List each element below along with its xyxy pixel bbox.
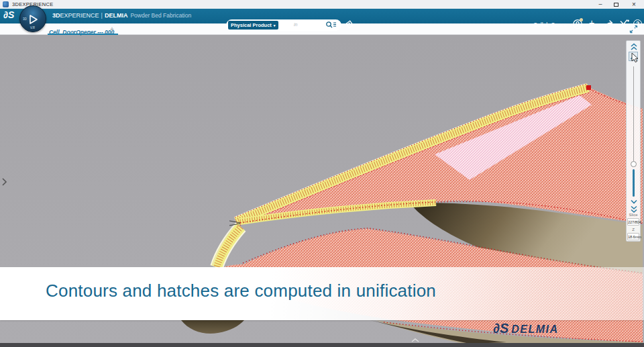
add-content-button[interactable]: + bbox=[589, 17, 594, 28]
collab-space-dropdown[interactable]: Collab Space∨ bbox=[533, 21, 572, 28]
compass-vr-label: V.R bbox=[30, 26, 35, 30]
slice-label: Slice bbox=[627, 213, 640, 217]
left-panel-expander-button[interactable] bbox=[1, 177, 7, 187]
brand-3d: 3D bbox=[52, 12, 60, 19]
chevron-down-icon bbox=[631, 201, 637, 203]
slice-value-box[interactable]: 227/804 bbox=[627, 218, 639, 226]
slice-slider-handle[interactable] bbox=[631, 161, 637, 167]
vertex-marker bbox=[586, 85, 591, 90]
delmia-wordmark: DELMIA bbox=[511, 324, 558, 335]
caption-banner: Contours and hatches are computed in uni… bbox=[0, 267, 644, 320]
caption-text: Contours and hatches are computed in uni… bbox=[46, 281, 436, 301]
scroll-to-top-button[interactable] bbox=[627, 43, 640, 50]
share-icon bbox=[605, 21, 612, 28]
z-axis-label: Z bbox=[627, 228, 640, 232]
notification-dot bbox=[580, 18, 583, 21]
maximize-icon bbox=[614, 3, 619, 7]
brand-divider: | bbox=[101, 12, 103, 19]
slice-step-down-button[interactable] bbox=[627, 199, 640, 205]
mouse-cursor bbox=[631, 52, 639, 63]
bottom-bar bbox=[0, 343, 644, 347]
brand-text: 3DEXPERIENCE|DELMIAPowder Bed Fabricatio… bbox=[52, 12, 191, 19]
window-titlebar: 3DEXPERIENCE – × bbox=[0, 0, 644, 9]
swym-button[interactable] bbox=[619, 19, 630, 29]
search-icon[interactable] bbox=[325, 21, 337, 29]
maximize-button[interactable] bbox=[610, 1, 623, 8]
double-chevron-down-icon bbox=[631, 207, 637, 213]
ds-swirl-icon: ∂S bbox=[493, 321, 508, 336]
close-button[interactable]: × bbox=[628, 1, 640, 8]
slice-panel: Slice 227/804 Z 18.6mm bbox=[626, 40, 641, 242]
slice-slider-track[interactable] bbox=[633, 66, 634, 162]
play-icon bbox=[29, 14, 38, 25]
chevron-down-icon: ▾ bbox=[274, 23, 276, 28]
document-tab[interactable]: Cell_DoorOpener ---.000 bbox=[49, 25, 114, 35]
help-button[interactable]: ? bbox=[633, 19, 642, 28]
brand-experience: EXPERIENCE bbox=[60, 12, 99, 19]
share-button[interactable] bbox=[604, 19, 615, 29]
slice-slider-fill bbox=[633, 169, 635, 197]
scroll-to-bottom-button[interactable] bbox=[627, 205, 640, 213]
collab-space-label: Collab Space bbox=[533, 21, 568, 28]
minimize-button[interactable]: – bbox=[594, 1, 606, 8]
brand-app: DELMIA bbox=[105, 12, 128, 19]
top-app-bar: ∂S 3DEXPERIENCE|DELMIAPowder Bed Fabrica… bbox=[0, 9, 644, 23]
search-bar[interactable]: Physical Product▾ in bbox=[226, 19, 341, 31]
compass-3d-label: 3D bbox=[23, 17, 27, 21]
tag-icon bbox=[345, 20, 354, 28]
3ds-logo-icon[interactable]: ∂S bbox=[3, 9, 14, 20]
tab-active-indicator bbox=[48, 34, 118, 35]
search-scope-dropdown[interactable]: Physical Product▾ bbox=[228, 21, 278, 30]
add-tab-button[interactable]: + bbox=[110, 26, 114, 33]
app-icon bbox=[3, 1, 9, 7]
search-scope-label: Physical Product bbox=[231, 22, 272, 28]
brand-suite: Powder Bed Fabrication bbox=[130, 12, 191, 19]
help-icon: ? bbox=[636, 20, 639, 27]
z-value-box[interactable]: 18.6mm bbox=[627, 233, 639, 240]
swym-person-icon bbox=[621, 20, 629, 28]
tag-button[interactable] bbox=[344, 19, 355, 30]
double-chevron-up-icon bbox=[631, 44, 637, 50]
chevron-right-icon bbox=[3, 179, 6, 185]
compass-widget[interactable]: 3D V.R bbox=[19, 5, 46, 32]
delmia-logo: ∂SDELMIA bbox=[493, 321, 559, 336]
search-input-hint: in bbox=[294, 22, 297, 27]
